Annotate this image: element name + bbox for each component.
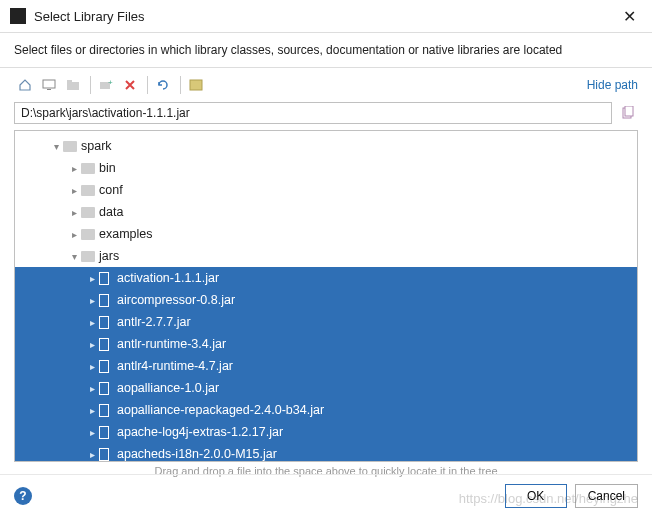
jar-file[interactable]: ▸aircompressor-0.8.jar [15, 289, 637, 311]
help-icon[interactable]: ? [14, 487, 32, 505]
folder-data[interactable]: ▸data [15, 201, 637, 223]
footer: ? OK Cancel [0, 474, 652, 516]
jar-file[interactable]: ▸activation-1.1.1.jar [15, 267, 637, 289]
tree-item-label: bin [99, 161, 116, 175]
tree-item-label: antlr-runtime-3.4.jar [117, 337, 226, 351]
svg-rect-0 [43, 80, 55, 88]
folder-icon [81, 163, 95, 174]
tree-item-label: antlr4-runtime-4.7.jar [117, 359, 233, 373]
jar-icon [99, 316, 113, 329]
refresh-icon[interactable] [152, 74, 174, 96]
folder-icon [81, 207, 95, 218]
chevron-icon[interactable]: ▸ [85, 361, 99, 372]
folder-spark[interactable]: ▾spark [15, 135, 637, 157]
chevron-icon[interactable]: ▸ [67, 185, 81, 196]
tree-item-label: conf [99, 183, 123, 197]
title-bar: Select Library Files ✕ [0, 0, 652, 33]
chevron-icon[interactable]: ▾ [49, 141, 63, 152]
chevron-icon[interactable]: ▸ [85, 427, 99, 438]
jar-icon [99, 382, 113, 395]
jar-icon [99, 272, 113, 285]
cancel-button[interactable]: Cancel [575, 484, 638, 508]
folder-conf[interactable]: ▸conf [15, 179, 637, 201]
chevron-icon[interactable]: ▸ [85, 273, 99, 284]
jar-icon [99, 426, 113, 439]
folder-icon [81, 251, 95, 262]
svg-rect-6 [190, 80, 202, 90]
chevron-icon[interactable]: ▸ [85, 339, 99, 350]
file-tree[interactable]: ▾spark▸bin▸conf▸data▸examples▾jars▸activ… [14, 130, 638, 462]
jar-file[interactable]: ▸aopalliance-1.0.jar [15, 377, 637, 399]
chevron-icon[interactable]: ▸ [67, 207, 81, 218]
tree-item-label: antlr-2.7.7.jar [117, 315, 191, 329]
svg-rect-1 [47, 89, 51, 90]
svg-text:+: + [108, 79, 113, 87]
tree-item-label: examples [99, 227, 153, 241]
jar-file[interactable]: ▸aopalliance-repackaged-2.4.0-b34.jar [15, 399, 637, 421]
chevron-icon[interactable]: ▸ [85, 449, 99, 460]
toolbar: + Hide path [0, 68, 652, 102]
chevron-icon[interactable]: ▸ [85, 317, 99, 328]
folder-bin[interactable]: ▸bin [15, 157, 637, 179]
tree-item-label: activation-1.1.1.jar [117, 271, 219, 285]
folder-examples[interactable]: ▸examples [15, 223, 637, 245]
jar-file[interactable]: ▸antlr-2.7.7.jar [15, 311, 637, 333]
new-folder-icon[interactable]: + [95, 74, 117, 96]
delete-icon[interactable] [119, 74, 141, 96]
svg-rect-8 [625, 106, 633, 116]
path-row [0, 102, 652, 130]
jar-icon [99, 338, 113, 351]
jar-icon [99, 294, 113, 307]
folder-icon [81, 185, 95, 196]
tree-item-label: aircompressor-0.8.jar [117, 293, 235, 307]
chevron-icon[interactable]: ▸ [85, 295, 99, 306]
app-icon [10, 8, 26, 24]
ok-button[interactable]: OK [505, 484, 567, 508]
svg-rect-3 [67, 80, 72, 83]
jar-icon [99, 448, 113, 461]
jar-icon [99, 360, 113, 373]
folder-icon [63, 141, 77, 152]
tree-item-label: spark [81, 139, 112, 153]
chevron-icon[interactable]: ▾ [67, 251, 81, 262]
project-icon[interactable] [62, 74, 84, 96]
description-text: Select files or directories in which lib… [0, 33, 652, 68]
jar-icon [99, 404, 113, 417]
show-hidden-icon[interactable] [185, 74, 207, 96]
jar-file[interactable]: ▸antlr-runtime-3.4.jar [15, 333, 637, 355]
chevron-icon[interactable]: ▸ [85, 383, 99, 394]
home-icon[interactable] [14, 74, 36, 96]
folder-icon [81, 229, 95, 240]
jar-file[interactable]: ▸apache-log4j-extras-1.2.17.jar [15, 421, 637, 443]
chevron-icon[interactable]: ▸ [85, 405, 99, 416]
chevron-icon[interactable]: ▸ [67, 163, 81, 174]
chevron-icon[interactable]: ▸ [67, 229, 81, 240]
folder-jars[interactable]: ▾jars [15, 245, 637, 267]
jar-file[interactable]: ▸apacheds-i18n-2.0.0-M15.jar [15, 443, 637, 462]
desktop-icon[interactable] [38, 74, 60, 96]
separator [147, 76, 148, 94]
tree-item-label: data [99, 205, 123, 219]
hide-path-link[interactable]: Hide path [587, 78, 638, 92]
tree-item-label: aopalliance-1.0.jar [117, 381, 219, 395]
history-icon[interactable] [618, 103, 638, 123]
window-title: Select Library Files [34, 9, 617, 24]
tree-item-label: jars [99, 249, 119, 263]
tree-item-label: apache-log4j-extras-1.2.17.jar [117, 425, 283, 439]
tree-item-label: aopalliance-repackaged-2.4.0-b34.jar [117, 403, 324, 417]
separator [180, 76, 181, 94]
path-input[interactable] [14, 102, 612, 124]
svg-rect-2 [67, 82, 79, 90]
jar-file[interactable]: ▸antlr4-runtime-4.7.jar [15, 355, 637, 377]
separator [90, 76, 91, 94]
close-icon[interactable]: ✕ [617, 7, 642, 26]
tree-item-label: apacheds-i18n-2.0.0-M15.jar [117, 447, 277, 461]
